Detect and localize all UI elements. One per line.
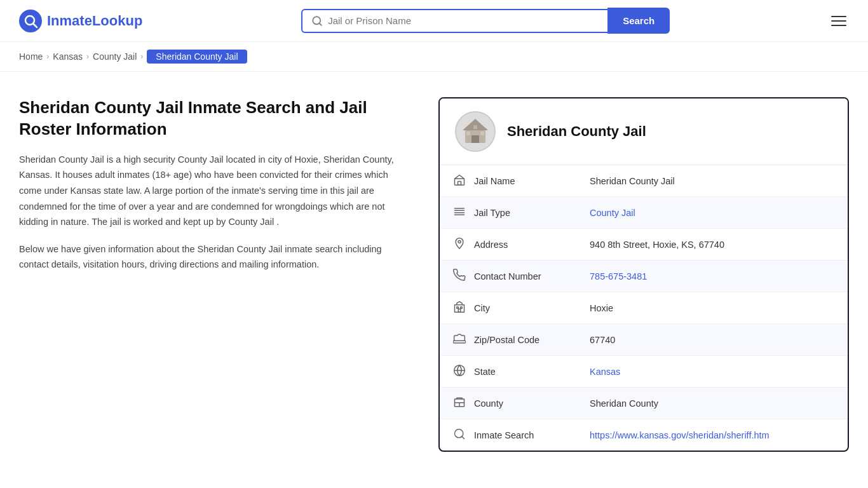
row-label: Address (471, 229, 580, 261)
search-input[interactable] (328, 15, 599, 26)
info-card-header: Sheridan County Jail (440, 98, 848, 165)
hamburger-menu-button[interactable] (829, 13, 849, 29)
row-label: Jail Type (471, 197, 580, 229)
row-value[interactable]: Kansas (580, 356, 848, 388)
info-card: Sheridan County Jail Jail NameSheridan C… (438, 97, 849, 452)
table-row: Inmate Searchhttps://www.kansas.gov/sher… (440, 419, 848, 451)
zip-icon (440, 324, 471, 356)
phone-icon (440, 261, 471, 292)
page-description-2: Below we have given information about th… (19, 241, 413, 273)
svg-rect-12 (458, 182, 461, 186)
breadcrumb-state[interactable]: Kansas (53, 51, 83, 62)
jail-avatar (455, 111, 496, 152)
logo-icon (19, 10, 42, 32)
svg-rect-18 (455, 305, 465, 313)
breadcrumb-type[interactable]: County Jail (93, 51, 137, 62)
row-label: Inmate Search (471, 419, 580, 451)
row-value[interactable]: https://www.kansas.gov/sheridan/sheriff.… (580, 419, 848, 451)
hamburger-line-2 (831, 20, 846, 22)
breadcrumb-sep-3: › (140, 52, 143, 61)
svg-rect-19 (457, 307, 459, 309)
table-row: Contact Number785-675-3481 (440, 261, 848, 292)
site-header: InmateLookup Search (0, 0, 868, 42)
row-label: County (471, 388, 580, 419)
table-row: CityHoxie (440, 292, 848, 324)
breadcrumb-sep-2: › (86, 52, 89, 61)
table-row: StateKansas (440, 356, 848, 388)
row-value: 940 8th Street, Hoxie, KS, 67740 (580, 229, 848, 261)
row-link[interactable]: 785-675-3481 (590, 271, 647, 281)
state-icon (440, 356, 471, 388)
row-label: Zip/Postal Code (471, 324, 580, 356)
svg-line-28 (462, 437, 465, 439)
hamburger-line-3 (831, 25, 846, 26)
logo-link[interactable]: InmateLookup (19, 10, 142, 32)
svg-point-17 (458, 240, 461, 243)
row-label: Jail Name (471, 165, 580, 197)
svg-rect-20 (461, 307, 463, 309)
right-column: Sheridan County Jail Jail NameSheridan C… (438, 97, 849, 452)
row-link[interactable]: Kansas (590, 367, 620, 377)
row-value[interactable]: County Jail (580, 197, 848, 229)
row-label: State (471, 356, 580, 388)
jail-building-icon (460, 116, 491, 147)
row-label: Contact Number (471, 261, 580, 292)
hamburger-line-1 (831, 16, 846, 17)
row-value: Sheridan County Jail (580, 165, 848, 197)
county-icon (440, 388, 471, 419)
left-column: Sheridan County Jail Inmate Search and J… (19, 97, 438, 273)
breadcrumb: Home › Kansas › County Jail › Sheridan C… (0, 42, 868, 72)
svg-point-0 (19, 10, 42, 32)
address-icon (440, 229, 471, 261)
logo-text: InmateLookup (47, 13, 142, 29)
city-icon (440, 292, 471, 324)
search-icon (440, 419, 471, 451)
table-row: Zip/Postal Code67740 (440, 324, 848, 356)
table-row: CountySheridan County (440, 388, 848, 419)
svg-rect-8 (466, 132, 470, 135)
svg-rect-9 (480, 132, 484, 135)
jail-name-title: Sheridan County Jail (507, 123, 646, 140)
table-row: Jail TypeCounty Jail (440, 197, 848, 229)
search-area: Search (301, 8, 670, 34)
type-icon (440, 197, 471, 229)
row-value: 67740 (580, 324, 848, 356)
table-row: Jail NameSheridan County Jail (440, 165, 848, 197)
svg-rect-10 (473, 125, 477, 129)
row-link[interactable]: County Jail (590, 208, 635, 218)
search-input-icon (311, 15, 323, 27)
row-value: Sheridan County (580, 388, 848, 419)
svg-rect-11 (455, 179, 465, 185)
row-value: Hoxie (580, 292, 848, 324)
table-row: Address940 8th Street, Hoxie, KS, 67740 (440, 229, 848, 261)
breadcrumb-sep-1: › (46, 52, 49, 61)
breadcrumb-current: Sheridan County Jail (147, 50, 247, 64)
row-label: City (471, 292, 580, 324)
search-button[interactable]: Search (607, 8, 670, 34)
row-value[interactable]: 785-675-3481 (580, 261, 848, 292)
svg-line-4 (320, 23, 322, 25)
info-table: Jail NameSheridan County JailJail TypeCo… (440, 165, 848, 451)
svg-rect-21 (458, 309, 460, 312)
page-title: Sheridan County Jail Inmate Search and J… (19, 97, 413, 140)
svg-rect-7 (471, 135, 479, 143)
jail-icon (440, 165, 471, 197)
page-description-1: Sheridan County Jail is a high security … (19, 152, 413, 230)
breadcrumb-home[interactable]: Home (19, 51, 43, 62)
search-input-wrapper (301, 9, 607, 33)
row-link[interactable]: https://www.kansas.gov/sheridan/sheriff.… (590, 430, 770, 440)
main-content: Sheridan County Jail Inmate Search and J… (0, 72, 868, 477)
